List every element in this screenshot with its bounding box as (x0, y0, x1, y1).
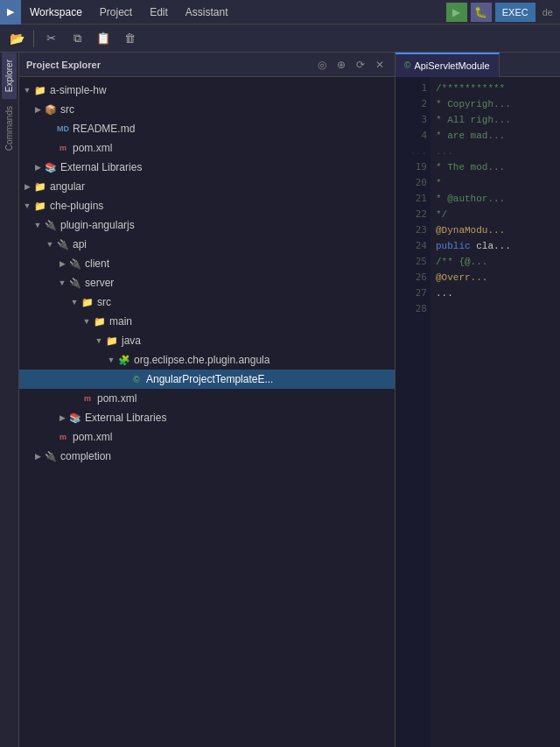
tree-item-label: pom.xml (97, 392, 136, 405)
tree-item[interactable]: ▼ 🔌 api (19, 235, 395, 254)
run-button[interactable]: ▶ (446, 3, 467, 22)
tree-item-label: completion (60, 450, 111, 462)
chevron-right-icon: ▶ (21, 180, 33, 193)
exec-button[interactable]: EXEC (495, 3, 536, 22)
delete-icon: 🗑 (124, 32, 136, 45)
tree-item-selected[interactable]: © AngularProjectTemplateE... (19, 370, 395, 389)
chevron-down-icon: ▼ (80, 315, 93, 328)
explorer-sync-button[interactable]: ◎ (314, 57, 330, 73)
plugin-icon: 🔌 (68, 276, 82, 290)
chevron-right-icon: ▶ (56, 412, 68, 424)
chevron-down-icon: ▼ (32, 219, 44, 231)
tree-item-label: server (85, 277, 114, 289)
folder-icon: 📁 (33, 83, 47, 97)
tree-item[interactable]: m pom.xml (19, 389, 395, 408)
chevron-right-icon: ▶ (56, 257, 68, 270)
tree-item-label: main (109, 315, 132, 328)
tree-item[interactable]: ▼ 📁 src (19, 292, 395, 312)
chevron-right-icon: ▶ (32, 450, 44, 462)
menu-bar: ▶ Workspace Project Edit Assistant ▶ 🐛 E… (0, 0, 560, 25)
menu-assistant[interactable]: Assistant (177, 0, 237, 25)
tree-item-label: AngularProjectTemplateE... (146, 373, 273, 385)
menu-workspace[interactable]: Workspace (21, 0, 91, 25)
tree-item-label: src (97, 296, 111, 308)
paste-button[interactable]: 📋 (92, 27, 115, 50)
folder-icon: 📁 (33, 180, 47, 194)
chevron-down-icon: ▼ (21, 84, 33, 96)
md-file-icon: MD (56, 122, 70, 136)
folder-icon: 📁 (80, 295, 94, 309)
tree-item[interactable]: ▶ 🔌 completion (19, 447, 395, 466)
main-container: Explorer Commands Project Explorer ◎ ⊕ ⟳… (0, 53, 560, 747)
menu-arrow[interactable]: ▶ (0, 0, 21, 25)
copy-icon: ⧉ (74, 32, 81, 46)
editor-tab-bar: © ApiServletModule (396, 53, 560, 77)
paste-icon: 📋 (96, 32, 110, 45)
explorer-close-button[interactable]: ✕ (372, 57, 388, 73)
menu-edit[interactable]: Edit (141, 0, 177, 25)
cut-button[interactable]: ✂ (39, 27, 62, 50)
tree-item[interactable]: m pom.xml (19, 427, 395, 447)
tree-item[interactable]: ▶ 📦 src (19, 100, 395, 119)
debug-button[interactable]: 🐛 (471, 3, 492, 22)
folder-icon: 📁 (93, 314, 107, 328)
cut-icon: ✂ (46, 32, 56, 45)
explorer-refresh-button[interactable]: ⟳ (353, 57, 368, 73)
xml-file-icon: m (80, 391, 94, 405)
tree-item[interactable]: ▶ 📚 External Libraries (19, 408, 395, 427)
tree-item-label: client (85, 257, 109, 270)
tree-item[interactable]: ▼ 🔌 plugin-angularjs (19, 215, 395, 235)
toolbar: 📂 ✂ ⧉ 📋 🗑 (0, 25, 560, 53)
no-toggle (44, 123, 56, 135)
editor-panel: © ApiServletModule 1 2 3 4 ... 19 20 21 … (396, 53, 560, 747)
tree-item-label: README.md (73, 123, 135, 135)
toolbar-separator (33, 30, 34, 47)
tree-item-label: java (122, 335, 141, 347)
menu-project[interactable]: Project (91, 0, 141, 25)
explorer-title: Project Explorer (26, 60, 101, 70)
tree-item[interactable]: ▶ 📚 External Libraries (19, 158, 395, 177)
editor-content: 1 2 3 4 ... 19 20 21 22 23 24 25 26 27 2… (396, 77, 560, 747)
folder-icon: 📂 (10, 32, 24, 46)
tree-item[interactable]: ▼ 📁 main (19, 312, 395, 331)
explorer-header: Project Explorer ◎ ⊕ ⟳ ✕ (19, 53, 395, 77)
open-folder-button[interactable]: 📂 (5, 27, 28, 50)
explorer-link-button[interactable]: ⊕ (333, 57, 349, 73)
editor-tab-active[interactable]: © ApiServletModule (396, 53, 500, 77)
chevron-down-icon: ▼ (68, 296, 80, 308)
tree-item-label: pom.xml (73, 431, 112, 443)
tree-item[interactable]: ▼ 🧩 org.eclipse.che.plugin.angula (19, 350, 395, 370)
tree-item[interactable]: ▶ 📁 angular (19, 177, 395, 196)
chevron-right-icon: ▶ (32, 103, 44, 116)
folder-icon: 📁 (105, 334, 119, 348)
xml-file-icon: m (56, 141, 70, 155)
chevron-down-icon: ▼ (21, 200, 33, 212)
copy-button[interactable]: ⧉ (66, 27, 88, 50)
sidebar-tab-explorer[interactable]: Explorer (2, 53, 17, 99)
tree-item[interactable]: ▶ 🔌 client (19, 254, 395, 273)
explorer-panel: Project Explorer ◎ ⊕ ⟳ ✕ ▼ 📁 a-simple-hw… (19, 53, 396, 747)
tree-item[interactable]: m pom.xml (19, 138, 395, 158)
chevron-down-icon: ▼ (93, 335, 105, 347)
delete-button[interactable]: 🗑 (118, 27, 141, 50)
sidebar-tabs: Explorer Commands (0, 53, 19, 747)
code-area[interactable]: /*********** * Copyrigh... * All righ...… (430, 77, 560, 747)
no-toggle (117, 373, 130, 385)
tree-item[interactable]: ▼ 📁 a-simple-hw (19, 81, 395, 100)
class-icon: © (404, 60, 410, 70)
tree-item-label: angular (50, 180, 85, 193)
plugin-icon: 🔌 (56, 237, 70, 251)
chevron-right-icon: ▶ (32, 161, 44, 173)
package-icon: 🧩 (117, 353, 131, 367)
tree-item[interactable]: ▼ 📁 java (19, 331, 395, 350)
tree-item-label: che-plugins (50, 200, 103, 212)
tree-item[interactable]: ▼ 📁 che-plugins (19, 196, 395, 215)
tree-item[interactable]: MD README.md (19, 119, 395, 138)
tree-item-label: src (60, 103, 74, 116)
class-icon: © (130, 372, 144, 386)
tree-item[interactable]: ▼ 🔌 server (19, 273, 395, 292)
editor-tab-label: ApiServletModule (414, 60, 489, 71)
ext-lib-icon: 📚 (44, 160, 58, 174)
src-folder-icon: 📦 (44, 102, 58, 116)
sidebar-tab-commands[interactable]: Commands (2, 99, 17, 158)
